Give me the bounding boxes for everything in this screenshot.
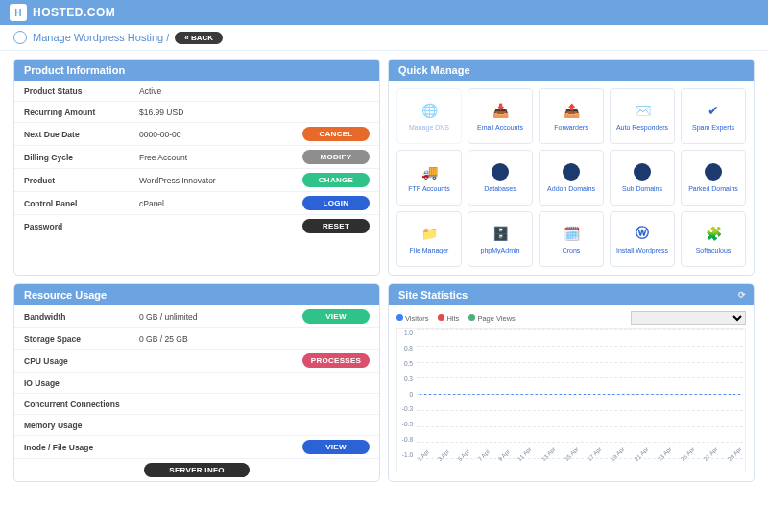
value: 0 GB / 25 GB	[139, 334, 370, 344]
stats-range-select[interactable]	[631, 311, 746, 325]
change-button[interactable]: CHANGE	[302, 173, 370, 187]
resource-usage-panel: Resource Usage Bandwidth 0 GB / unlimite…	[13, 283, 380, 482]
quick-manage-panel: Quick Manage 🌐Manage DNS 📥Email Accounts…	[388, 59, 755, 276]
row-serverinfo: SERVER INFO	[14, 459, 379, 481]
breadcrumb: Manage Wordpress Hosting /	[33, 32, 169, 43]
qm-manage-dns: 🌐Manage DNS	[396, 88, 462, 144]
value: $16.99 USD	[139, 108, 370, 117]
row-io: IO Usage	[14, 373, 379, 394]
logo-icon: H	[10, 4, 27, 21]
qm-forwarders[interactable]: 📤Forwarders	[539, 88, 604, 144]
qm-autoresponders[interactable]: ✉️Auto Responders	[610, 88, 675, 144]
qm-spam-experts[interactable]: ✔Spam Experts	[681, 88, 746, 144]
mail-down-icon: 📥	[491, 101, 510, 120]
plot-area	[417, 329, 743, 458]
login-button[interactable]: LOGIN	[302, 196, 370, 210]
label: Password	[24, 222, 139, 231]
reset-button[interactable]: RESET	[302, 219, 370, 233]
panel-header: Product Information	[14, 60, 379, 81]
truck-icon: 🚚	[420, 162, 439, 181]
row-status: Product Status Active	[14, 81, 379, 102]
breadcrumb-row: Manage Wordpress Hosting / « BACK	[0, 25, 768, 51]
row-password: Password RESET	[14, 215, 379, 237]
row-inode: Inode / File Usage VIEW	[14, 436, 379, 459]
label: IO Usage	[24, 378, 139, 388]
value: 0 GB / unlimited	[139, 312, 302, 322]
label: Product	[24, 176, 139, 185]
softaculous-icon: 🧩	[704, 224, 723, 243]
label: Memory Usage	[24, 421, 139, 430]
qm-install-wordpress[interactable]: ⓦInstall Wordpress	[610, 211, 675, 267]
row-concurrent: Concurrent Connections	[14, 394, 379, 415]
panel-header: Site Statistics⟳	[389, 284, 754, 305]
dot-icon	[396, 314, 403, 321]
value: WordPress Innovator	[139, 176, 302, 185]
label: Recurring Amount	[24, 108, 139, 117]
mail-fwd-icon: 📤	[562, 101, 581, 120]
label: Bandwidth	[24, 312, 139, 322]
top-bar: H HOSTED.COM	[0, 0, 768, 25]
pma-icon: 🗄️	[491, 224, 510, 243]
dot-icon	[468, 314, 475, 321]
x-axis: 1 Apr3 Apr5 Apr7 Apr9 Apr11 Apr13 Apr15 …	[417, 458, 743, 472]
view-button[interactable]: VIEW	[302, 440, 370, 454]
panel-header: Resource Usage	[14, 284, 379, 305]
mail-auto-icon: ✉️	[633, 101, 652, 120]
qm-phpmyadmin[interactable]: 🗄️phpMyAdmin	[468, 211, 533, 267]
folder-icon: 📁	[420, 224, 439, 243]
database-icon	[491, 162, 510, 181]
label: Control Panel	[24, 199, 139, 208]
panel-header: Quick Manage	[389, 60, 754, 81]
row-memory: Memory Usage	[14, 415, 379, 436]
row-next-due: Next Due Date 0000-00-00 CANCEL	[14, 123, 379, 146]
modify-button[interactable]: MODIFY	[302, 150, 370, 164]
row-product: Product WordPress Innovator CHANGE	[14, 169, 379, 192]
cancel-button[interactable]: CANCEL	[302, 127, 370, 141]
row-storage: Storage Space 0 GB / 25 GB	[14, 328, 379, 350]
domain-icon	[633, 162, 652, 181]
qm-softaculous[interactable]: 🧩Softaculous	[681, 211, 746, 267]
label: CPU Usage	[24, 356, 139, 366]
view-button[interactable]: VIEW	[302, 309, 370, 324]
dot-icon	[438, 314, 444, 321]
shield-check-icon: ✔	[704, 101, 723, 120]
label: Billing Cycle	[24, 153, 139, 162]
brand-name: HOSTED.COM	[33, 6, 115, 19]
label: Concurrent Connections	[24, 399, 178, 409]
qm-sub-domains[interactable]: Sub Domains	[610, 150, 675, 206]
row-bandwidth: Bandwidth 0 GB / unlimited VIEW	[14, 305, 379, 328]
qm-parked-domains[interactable]: Parked Domains	[681, 150, 746, 206]
value: Active	[139, 86, 370, 96]
qm-email-accounts[interactable]: 📥Email Accounts	[468, 88, 533, 144]
globe-icon	[13, 31, 27, 44]
stats-chart: 1.00.80.50.30-0.3-0.5-0.8-1.0 1 Apr3 Apr…	[396, 328, 746, 472]
gear-icon[interactable]: ⟳	[738, 290, 746, 300]
globe-icon: 🌐	[420, 101, 439, 120]
row-cpanel: Control Panel cPanel LOGIN	[14, 192, 379, 215]
qm-addon-domains[interactable]: Addon Domains	[539, 150, 604, 206]
label: Inode / File Usage	[24, 443, 139, 452]
product-info-panel: Product Information Product Status Activ…	[13, 59, 380, 276]
qm-databases[interactable]: Databases	[468, 150, 533, 206]
qm-ftp[interactable]: 🚚FTP Accounts	[396, 150, 462, 206]
qm-crons[interactable]: 🗓️Crons	[539, 211, 604, 267]
back-button[interactable]: « BACK	[175, 32, 223, 44]
row-cycle: Billing Cycle Free Account MODIFY	[14, 146, 379, 169]
chart-legend: Visitors Hits Page Views	[396, 311, 746, 325]
processes-button[interactable]: PROCESSES	[302, 353, 370, 368]
domain-icon	[562, 162, 581, 181]
clock-icon: 🗓️	[562, 224, 581, 243]
row-recurring: Recurring Amount $16.99 USD	[14, 102, 379, 123]
label: Product Status	[24, 86, 139, 96]
server-info-button[interactable]: SERVER INFO	[144, 463, 250, 477]
row-cpu: CPU Usage PROCESSES	[14, 350, 379, 373]
label: Storage Space	[24, 334, 139, 344]
label: Next Due Date	[24, 130, 139, 139]
value: Free Account	[139, 153, 302, 162]
domain-icon	[704, 162, 723, 181]
wordpress-icon: ⓦ	[633, 224, 652, 243]
value: 0000-00-00	[139, 130, 302, 139]
value: cPanel	[139, 199, 302, 208]
qm-file-manager[interactable]: 📁File Manager	[396, 211, 462, 267]
site-statistics-panel: Site Statistics⟳ Visitors Hits Page View…	[388, 283, 755, 482]
